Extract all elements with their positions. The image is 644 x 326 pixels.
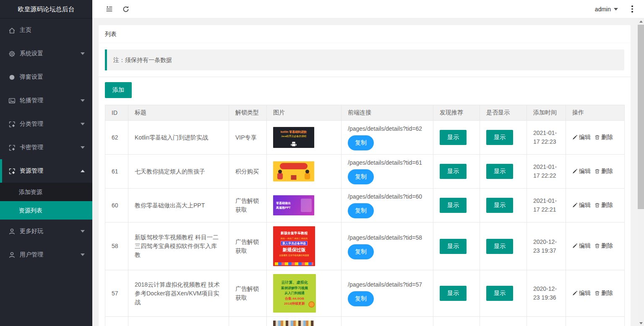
sidebar-item-user-management[interactable]: 用户管理 [0, 243, 92, 266]
frontend-link: /pages/details/details?tid=61 [348, 158, 427, 167]
column-header: ID [105, 105, 128, 121]
delete-button[interactable]: 删除 [594, 167, 613, 176]
sidebar-item-label: 弹窗设置 [20, 73, 43, 81]
app-window: 欧皇源码论坛总后台 主页系统设置弹窗设置轮播管理分类管理卡密管理资源管理添加资源… [0, 0, 644, 326]
visible-toggle-button[interactable]: 显示 [486, 286, 513, 301]
column-header: 操作 [566, 105, 625, 121]
cell-discover: 显示 [433, 121, 480, 155]
chevron-down-icon [81, 230, 85, 233]
cell-added-time: 2020-12-23 19:36 [527, 270, 566, 317]
cell-unlock-type [229, 317, 267, 326]
cell-image: 零基础做出高逼格PPT [267, 189, 342, 223]
cell-image [267, 317, 342, 326]
thumbnail-kids [273, 161, 314, 181]
cell-link: /pages/details/details?tid=62复制 [342, 121, 433, 155]
cell-link: /pages/details/details?tid=61复制 [342, 155, 433, 189]
visible-toggle-button[interactable]: 显示 [486, 198, 513, 213]
sidebar-item-label: 分类管理 [20, 120, 43, 128]
scrollbar[interactable] [638, 18, 644, 326]
edit-button[interactable]: 编辑 [572, 201, 591, 210]
cell-discover: 显示 [433, 189, 480, 223]
sidebar-subitem-add-resource[interactable]: 添加资源 [0, 183, 92, 201]
table-row: 61七天教你搞定烦人的熊孩子积分购买/pages/details/details… [105, 155, 625, 189]
sidebar-item-more-fun[interactable]: 更多好玩 [0, 220, 92, 243]
cell-added-time: 2021-01-17 22:23 [527, 121, 566, 155]
edit-button[interactable]: 编辑 [572, 241, 591, 250]
cell-operations: 编辑删除 [566, 270, 625, 317]
app-title: 欧皇源码论坛总后台 [0, 0, 92, 18]
cell-discover: 显示 [433, 223, 480, 270]
scrollbar-up-arrow[interactable] [638, 18, 644, 25]
visible-toggle-button[interactable]: 显示 [486, 239, 513, 254]
table-row: 572018云计算虚拟化视频教程 技术参考Docker容器Xen/KVM项目实战… [105, 270, 625, 317]
column-header: 是否显示 [480, 105, 527, 121]
discover-toggle-button[interactable]: 显示 [440, 164, 467, 179]
sidebar-item-label: 资源管理 [20, 167, 43, 175]
cell-unlock-type: 广告解锁获取 [229, 270, 267, 317]
discover-toggle-button[interactable]: 显示 [440, 130, 467, 145]
collapse-sidebar-icon[interactable] [101, 0, 117, 18]
sidebar-item-label: 轮播管理 [20, 97, 43, 104]
cell-added-time: 2021-01-17 22:22 [527, 155, 566, 189]
cell-visible: 显示 [480, 223, 527, 270]
cell-image: 云计算、虚拟化案例讲解学习视频从入门到精通合集:44.0GB2018持续更新 [267, 270, 342, 317]
cell-id: 57 [105, 270, 128, 317]
cell-id: 62 [105, 121, 128, 155]
cell-unlock-type: VIP专享 [229, 121, 267, 155]
edit-button[interactable]: 编辑 [572, 167, 591, 176]
sidebar-item-carousel-management[interactable]: 轮播管理 [0, 89, 92, 112]
copy-button[interactable]: 复制 [348, 169, 374, 184]
sidebar-item-category-management[interactable]: 分类管理 [0, 112, 92, 136]
sidebar-item-resource-management[interactable]: 资源管理 [0, 159, 92, 183]
topbar-right: admin [588, 0, 640, 18]
sidebar-menu: 主页系统设置弹窗设置轮播管理分类管理卡密管理资源管理添加资源资源列表更多好玩用户… [0, 18, 92, 266]
cell-added-time: 2021-01-17 22:21 [527, 189, 566, 223]
cell-id: 60 [105, 189, 128, 223]
delete-button[interactable]: 删除 [594, 133, 613, 142]
chevron-down-icon [81, 99, 85, 102]
copy-button[interactable]: 复制 [348, 291, 374, 306]
sidebar-item-system-settings[interactable]: 系统设置 [0, 42, 92, 65]
cell-link [342, 317, 433, 326]
cell-operations: 编辑删除 [566, 223, 625, 270]
more-menu-icon[interactable] [625, 0, 640, 18]
cell-operations: 编辑删除 [566, 155, 625, 189]
panel-body: 注：须保持有一条数据 [99, 43, 631, 77]
discover-toggle-button[interactable]: 显示 [440, 198, 467, 213]
delete-button[interactable]: 删除 [594, 201, 613, 210]
copy-button[interactable]: 复制 [348, 203, 374, 218]
sidebar-item-home[interactable]: 主页 [0, 18, 92, 42]
copy-button[interactable]: 复制 [348, 135, 374, 150]
user-menu[interactable]: admin [588, 0, 625, 18]
sidebar: 欧皇源码论坛总后台 主页系统设置弹窗设置轮播管理分类管理卡密管理资源管理添加资源… [0, 0, 92, 326]
add-button[interactable]: 添加 [105, 82, 132, 98]
discover-toggle-button[interactable]: 显示 [440, 239, 467, 254]
cell-added-time: 2020-12-23 19:37 [527, 223, 566, 270]
component-icon [8, 144, 16, 151]
sidebar-item-cardkey-management[interactable]: 卡密管理 [0, 136, 92, 159]
cell-discover [433, 317, 480, 326]
sidebar-item-label: 系统设置 [20, 50, 43, 57]
column-header: 标题 [128, 105, 229, 121]
visible-toggle-button[interactable]: 显示 [486, 130, 513, 145]
scrollbar-thumb[interactable] [638, 25, 644, 209]
copy-button[interactable]: 复制 [348, 244, 374, 259]
edit-button[interactable]: 编辑 [572, 289, 591, 298]
visible-toggle-button[interactable]: 显示 [486, 164, 513, 179]
discover-toggle-button[interactable]: 显示 [440, 286, 467, 301]
cell-link: /pages/details/details?tid=57复制 [342, 270, 433, 317]
cell-image: 新版全套学车教程科目一 科目二 科目三 科目四新人学员必备神器新规保过版全国通用… [267, 223, 342, 270]
sidebar-subitem-resource-list[interactable]: 资源列表 [0, 201, 92, 220]
topbar: admin [92, 0, 644, 18]
edit-button[interactable]: 编辑 [572, 133, 591, 142]
thumbnail-drive: 新版全套学车教程科目一 科目二 科目三 科目四新人学员必备神器新规保过版全国通用… [273, 226, 315, 266]
delete-button[interactable]: 删除 [594, 241, 613, 250]
refresh-icon[interactable] [117, 0, 134, 18]
delete-button[interactable]: 删除 [594, 289, 613, 298]
sidebar-item-popup-settings[interactable]: 弹窗设置 [0, 65, 92, 89]
resource-table: ID标题解锁类型图片前端连接发现推荐是否显示添加时间操作 62Kotlin零基础… [105, 105, 625, 326]
scrollbar-down-arrow[interactable] [638, 320, 644, 326]
frontend-link: /pages/details/details?tid=60 [348, 192, 427, 201]
column-header: 前端连接 [342, 105, 433, 121]
chevron-down-icon [81, 123, 85, 125]
